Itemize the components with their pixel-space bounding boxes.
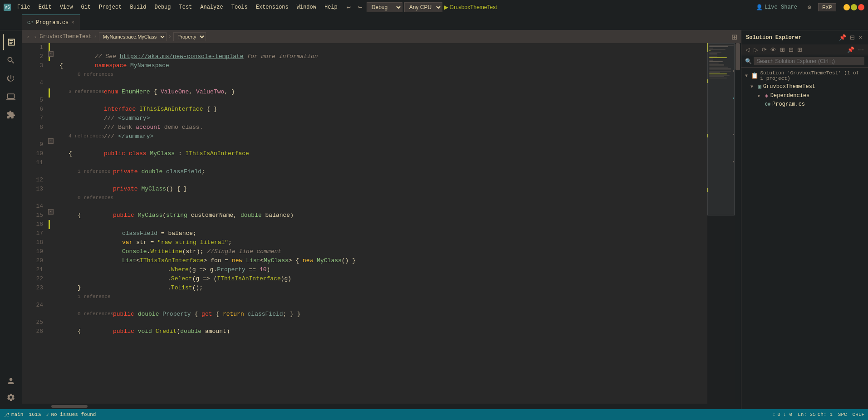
menu-build[interactable]: Build xyxy=(126,2,150,12)
breadcrumb: GruvboxThemeTest › MyNamespace.MyClass ›… xyxy=(39,32,206,41)
col-label: Ch: 1 xyxy=(818,412,833,417)
tree-arrow-solution: ▼ xyxy=(745,73,749,78)
status-encoding[interactable]: SPC xyxy=(838,412,847,417)
se-pin2-btn[interactable]: 📌 xyxy=(846,45,856,54)
line-num-16: 16 xyxy=(22,220,43,229)
collapse-btn-14[interactable]: - xyxy=(48,209,54,215)
activity-debug[interactable] xyxy=(3,88,19,105)
se-collapse-all-btn[interactable]: ⊟ xyxy=(787,45,795,54)
tree-project[interactable]: ▼ ▣ GruvboxThemeTest xyxy=(741,82,868,91)
tab-close-btn[interactable]: × xyxy=(71,20,74,25)
horizontal-scrollbar[interactable] xyxy=(47,405,735,408)
code-line-21: .Select(g => (IThisIsAnInterface)g) xyxy=(59,265,707,274)
se-collapse-btn[interactable]: ⊟ xyxy=(848,33,856,42)
collapse-btn-9[interactable]: - xyxy=(48,138,54,144)
line-num-9: 9 xyxy=(22,140,43,149)
menu-edit[interactable]: Edit xyxy=(35,2,55,12)
nav-forward-btn[interactable]: › xyxy=(33,33,38,40)
line-num-7: 7 xyxy=(22,114,43,123)
se-search-input[interactable] xyxy=(754,57,864,65)
cpu-dropdown[interactable]: Any CPU xyxy=(404,2,442,12)
encoding-label: SPC xyxy=(838,412,847,417)
deps-label: Dependencies xyxy=(770,93,809,99)
code-line-4: enum EnumHere { ValueOne, ValueTwo, } xyxy=(59,78,707,88)
menu-window[interactable]: Window xyxy=(293,2,320,12)
menu-git[interactable]: Git xyxy=(77,2,94,12)
tree-program-cs[interactable]: ▶ C# Program.cs xyxy=(741,100,868,108)
change-bar-3 xyxy=(49,88,50,98)
collapse-btn-2[interactable]: - xyxy=(48,51,54,57)
code-line-7: /// Bank account demo class. xyxy=(59,114,707,123)
split-editor-btn[interactable]: ⊞ xyxy=(731,33,737,41)
line-num-2: 2 xyxy=(22,52,43,61)
menu-file[interactable]: File xyxy=(14,2,34,12)
nav-back-btn[interactable]: ‹ xyxy=(25,33,31,40)
zoom-label: 161% xyxy=(29,412,40,417)
line-num-meta-3 xyxy=(22,132,43,140)
code-content[interactable]: // See https://aka.ms/new-console-templa… xyxy=(56,43,707,404)
se-back-btn[interactable]: ◁ xyxy=(744,45,751,54)
live-share-button[interactable]: 👤 Live Share xyxy=(752,3,801,12)
status-ln-col[interactable]: Ln: 35 Ch: 1 xyxy=(798,412,833,417)
status-right: ↕ 0 ↓ 0 Ln: 35 Ch: 1 SPC CRLF xyxy=(773,412,864,417)
settings-button[interactable]: ⚙ xyxy=(804,4,814,11)
menu-debug[interactable]: Debug xyxy=(151,2,174,12)
minimap-viewport[interactable] xyxy=(707,43,735,215)
run-button[interactable]: ▶ GruvboxThemeTest xyxy=(444,4,497,10)
tree-solution[interactable]: ▼ 📋 Solution 'GruvboxThemeTest' (1 of 1 … xyxy=(741,69,868,82)
menu-project[interactable]: Project xyxy=(95,2,125,12)
activity-account[interactable] xyxy=(3,373,19,389)
code-line-15: { xyxy=(59,211,707,220)
se-close-btn[interactable]: × xyxy=(857,33,863,42)
se-forward-btn[interactable]: ▷ xyxy=(752,45,760,54)
menu-help[interactable]: Help xyxy=(321,2,341,12)
maximize-button[interactable] xyxy=(851,4,857,10)
activity-extensions[interactable] xyxy=(3,107,19,123)
debug-dropdown[interactable]: Debug Release xyxy=(367,2,402,12)
status-issues[interactable]: ✓ No issues found xyxy=(46,412,96,418)
exp-button[interactable]: EXP xyxy=(818,3,836,11)
vertical-scrollbar[interactable] xyxy=(735,43,741,404)
h-scrollbar-thumb[interactable] xyxy=(51,405,88,408)
code-line-24: public double Property { get { return cl… xyxy=(59,301,707,310)
tree-dependencies[interactable]: ▶ ◈ Dependencies xyxy=(741,91,868,100)
status-git-actions[interactable]: ↕ 0 ↓ 0 xyxy=(773,412,793,417)
undo-btn[interactable]: ↩ xyxy=(344,4,353,11)
meta-line-3: 4 references xyxy=(59,132,707,140)
line-num-meta-1 xyxy=(22,70,43,78)
line-num-18: 18 xyxy=(22,238,43,247)
se-sync-btn[interactable]: ⟳ xyxy=(760,45,768,54)
se-options-btn[interactable]: ⋯ xyxy=(857,45,865,54)
solution-explorer: Solution Explorer 📌 ⊟ × ◁ ▷ ⟳ 👁 ⊞ ⊟ ⊞ 📌 … xyxy=(741,30,868,409)
close-button[interactable] xyxy=(858,4,864,10)
activity-git[interactable] xyxy=(3,70,19,87)
meta-line-6: 1 reference xyxy=(59,293,707,301)
status-branch[interactable]: ⎇ main xyxy=(4,412,23,418)
menu-test[interactable]: Test xyxy=(176,2,196,12)
activity-explorer[interactable] xyxy=(3,34,19,50)
se-show-all-btn[interactable]: 👁 xyxy=(769,45,778,54)
menu-view[interactable]: View xyxy=(56,2,77,12)
tab-program-cs[interactable]: C# Program.cs × xyxy=(22,15,80,30)
menu-tools[interactable]: Tools xyxy=(228,2,251,12)
minimize-button[interactable] xyxy=(843,4,850,10)
se-header: Solution Explorer 📌 ⊟ × xyxy=(741,30,868,44)
se-filter-btn[interactable]: ⊞ xyxy=(779,45,786,54)
member-dropdown[interactable]: Property xyxy=(173,32,206,41)
breadcrumb-project[interactable]: GruvboxThemeTest xyxy=(39,34,92,40)
scrollbar-thumb[interactable] xyxy=(736,43,740,70)
menu-analyze[interactable]: Analyze xyxy=(196,2,226,12)
redo-btn[interactable]: ↪ xyxy=(355,4,365,11)
code-line-1: // See https://aka.ms/new-console-templa… xyxy=(59,43,707,52)
breadcrumb-sep-2: › xyxy=(168,34,172,40)
se-props-btn[interactable]: ⊞ xyxy=(796,45,804,54)
code-editor[interactable]: 1 2 3 4 5 6 7 8 9 10 11 12 13 14 15 xyxy=(22,43,741,404)
se-pin-btn[interactable]: 📌 xyxy=(838,33,848,42)
status-line-ending[interactable]: CRLF xyxy=(853,412,864,417)
status-zoom[interactable]: 161% xyxy=(29,412,40,417)
activity-settings[interactable] xyxy=(3,389,19,405)
menu-extensions[interactable]: Extensions xyxy=(252,2,292,12)
namespace-dropdown[interactable]: MyNamespace.MyClass xyxy=(99,32,167,41)
line-num-26: 26 xyxy=(22,327,43,336)
activity-search[interactable] xyxy=(3,52,19,68)
